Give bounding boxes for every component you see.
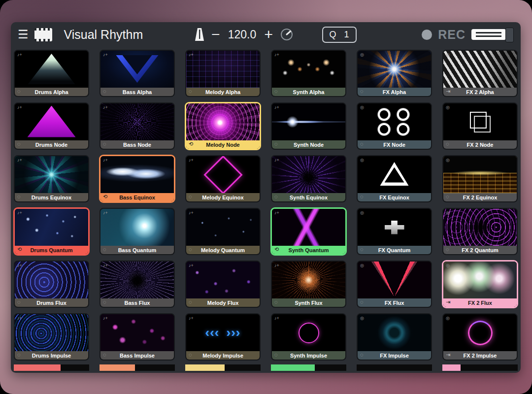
sync-dial-icon[interactable] bbox=[279, 27, 294, 42]
tempo-decrease-button[interactable]: − bbox=[211, 27, 220, 42]
clip-thumbnail[interactable]: ◎ bbox=[358, 209, 431, 246]
clip-thumbnail[interactable]: ♪+ bbox=[186, 209, 260, 246]
clip-thumbnail[interactable]: ♪+ bbox=[272, 51, 345, 88]
tempo-value[interactable]: 120.0 bbox=[226, 28, 258, 41]
clip-cell[interactable]: ◎◌FX 2 Equinox bbox=[442, 155, 518, 202]
clip-cell[interactable]: ♪+◌Drums Impulse bbox=[14, 313, 89, 361]
clip-thumbnail[interactable]: ♪+ bbox=[272, 156, 345, 193]
tempo-controls: − 120.0 + bbox=[194, 27, 294, 42]
clip-thumbnail[interactable]: ♪+ bbox=[15, 262, 88, 298]
clip-thumbnail[interactable]: ♪+ bbox=[186, 314, 260, 351]
clip-thumbnail[interactable]: ♪+ bbox=[100, 51, 174, 88]
clip-cell[interactable]: ◎◌FX Impulse bbox=[357, 313, 432, 361]
clip-thumbnail[interactable]: ♪+ bbox=[15, 209, 88, 246]
target-circle-icon: ◎ bbox=[360, 158, 364, 163]
clip-thumbnail[interactable]: ♪+ bbox=[100, 314, 174, 351]
clip-thumbnail[interactable]: ♪+ bbox=[272, 209, 345, 246]
clip-cell[interactable]: ♪+◌Melody Quantum bbox=[185, 208, 261, 255]
clip-mode-idle-icon: ◌ bbox=[17, 194, 21, 199]
clip-thumbnail[interactable]: ♪+ bbox=[186, 103, 260, 140]
clip-thumbnail[interactable]: ♪+ bbox=[15, 51, 88, 88]
clip-thumbnail[interactable]: ♪+ bbox=[15, 314, 88, 351]
clip-cell[interactable]: ♪+◌Drums Node bbox=[14, 102, 89, 150]
clip-cell[interactable]: ♪+◌Melody Equinox bbox=[185, 155, 261, 202]
clip-thumbnail[interactable]: ◎ bbox=[443, 103, 517, 140]
clip-label-bar: ◌FX 2 Equinox bbox=[443, 193, 517, 201]
clip-thumbnail[interactable]: ♪+ bbox=[100, 209, 174, 246]
clip-cell[interactable]: ◎◌FX Quantum bbox=[357, 208, 432, 255]
clip-cell[interactable]: ♪+◌Bass Alpha bbox=[100, 50, 175, 97]
slider-track[interactable] bbox=[471, 29, 506, 40]
clip-mode-oneshot-icon: ⇥ bbox=[446, 88, 450, 95]
clip-mode-idle-icon: ◌ bbox=[274, 352, 278, 358]
clip-cell[interactable]: ♪+◌Synth Flux bbox=[271, 261, 346, 308]
clip-cell[interactable]: ◎⇥FX 2 Flux bbox=[442, 261, 518, 308]
clip-thumbnail[interactable]: ◎ bbox=[443, 314, 517, 351]
clip-thumbnail[interactable]: ◎ bbox=[443, 156, 517, 193]
clip-cell[interactable]: ♪+◌Synth Node bbox=[271, 102, 346, 150]
clip-thumbnail[interactable]: ◎ bbox=[358, 314, 431, 351]
clip-label: Drums Node bbox=[35, 142, 67, 148]
clip-thumbnail[interactable]: ♪+ bbox=[186, 51, 260, 88]
clip-film-icon[interactable] bbox=[34, 28, 52, 41]
metronome-icon[interactable] bbox=[194, 27, 205, 42]
clip-thumbnail[interactable]: ◎ bbox=[358, 51, 431, 88]
clip-cell[interactable]: ◎◌FX 2 Quantum bbox=[442, 208, 518, 255]
clip-cell[interactable]: ◎◌FX Node bbox=[357, 102, 432, 150]
hamburger-menu-icon[interactable]: ☰ bbox=[18, 29, 29, 40]
clip-thumbnail[interactable]: ♪+ bbox=[100, 262, 174, 298]
clip-label-bar: ◌FX Impulse bbox=[358, 351, 431, 360]
clip-cell[interactable]: ♪+◌Bass Flux bbox=[100, 261, 175, 308]
clip-cell[interactable]: ♪+◌Synth Alpha bbox=[271, 50, 346, 97]
clip-cell[interactable]: ♪+◌Drums Equinox bbox=[14, 155, 89, 202]
clip-thumbnail[interactable]: ◎ bbox=[443, 51, 517, 88]
clip-cell[interactable]: ◎◌FX Flux bbox=[357, 261, 432, 308]
clip-thumbnail[interactable]: ♪+ bbox=[272, 314, 345, 351]
clip-thumbnail[interactable]: ♪+ bbox=[100, 103, 174, 140]
slider-knob[interactable] bbox=[505, 28, 514, 42]
clip-cell[interactable]: ◎◌FX Alpha bbox=[357, 50, 432, 97]
clip-cell[interactable]: ♪+⟲Drums Quantum bbox=[14, 208, 89, 255]
clip-label-bar: ⟲Bass Equinox bbox=[100, 193, 174, 201]
clip-cell[interactable]: ◎⇥FX 2 Alpha bbox=[442, 50, 518, 97]
clip-cell[interactable]: ♪+⟲Bass Equinox bbox=[100, 155, 175, 202]
clip-cell[interactable]: ◎◌FX 2 Node bbox=[442, 102, 518, 150]
tempo-increase-button[interactable]: + bbox=[264, 27, 273, 42]
clip-cell[interactable]: ♪+⟲Synth Quantum bbox=[271, 208, 346, 255]
clip-mode-idle-icon: ◌ bbox=[360, 246, 364, 252]
clip-thumbnail[interactable]: ♪+ bbox=[15, 103, 88, 140]
clip-cell[interactable]: ◎⇥FX 2 Impulse bbox=[442, 313, 518, 361]
output-level-slider[interactable] bbox=[471, 28, 514, 41]
clip-cell[interactable]: ♪+◌Synth Equinox bbox=[271, 155, 346, 202]
clip-cell[interactable]: ◎◌FX Equinox bbox=[357, 155, 432, 202]
clip-thumbnail[interactable]: ◎ bbox=[443, 209, 517, 246]
clip-mode-idle-icon: ◌ bbox=[274, 299, 278, 305]
clip-cell[interactable]: ♪+◌Bass Node bbox=[100, 102, 175, 150]
clip-cell[interactable]: ♪+◌Melody Flux bbox=[185, 261, 261, 308]
clip-cell[interactable]: ♪+◌Drums Alpha bbox=[14, 50, 89, 97]
clip-thumbnail[interactable]: ◎ bbox=[358, 156, 431, 193]
quantize-selector[interactable]: Q 1 bbox=[322, 27, 357, 43]
clip-cell[interactable]: ♪+◌Melody Impulse bbox=[185, 313, 261, 361]
clip-mode-idle-icon: ◌ bbox=[17, 299, 21, 305]
clip-thumbnail[interactable]: ◎ bbox=[358, 262, 431, 298]
clip-cell[interactable]: ♪+◌Bass Quantum bbox=[100, 208, 175, 255]
clip-thumbnail[interactable]: ◎ bbox=[358, 103, 431, 140]
clip-label: FX 2 Quantum bbox=[462, 247, 499, 253]
note-plus-icon: ♪+ bbox=[103, 316, 108, 321]
clip-thumbnail[interactable]: ♪+ bbox=[272, 103, 345, 140]
clip-mode-loop-icon: ⟲ bbox=[17, 246, 22, 253]
clip-cell[interactable]: ♪+⟲Melody Node bbox=[185, 102, 261, 150]
clip-thumbnail[interactable]: ♪+ bbox=[100, 156, 174, 193]
note-plus-icon: ♪+ bbox=[103, 52, 108, 57]
clip-thumbnail[interactable]: ♪+ bbox=[186, 156, 260, 193]
clip-thumbnail[interactable]: ◎ bbox=[443, 262, 517, 298]
clip-thumbnail[interactable]: ♪+ bbox=[186, 262, 260, 298]
record-arm-button[interactable] bbox=[422, 30, 432, 40]
clip-cell[interactable]: ♪+◌Bass Impulse bbox=[100, 313, 175, 361]
clip-cell[interactable]: ♪+◌Synth Impulse bbox=[271, 313, 346, 361]
clip-cell[interactable]: ♪+◌Melody Alpha bbox=[185, 50, 261, 97]
clip-cell[interactable]: ♪+◌Drums Flux bbox=[14, 261, 89, 308]
clip-thumbnail[interactable]: ♪+ bbox=[15, 156, 88, 193]
clip-thumbnail[interactable]: ♪+ bbox=[272, 262, 345, 298]
